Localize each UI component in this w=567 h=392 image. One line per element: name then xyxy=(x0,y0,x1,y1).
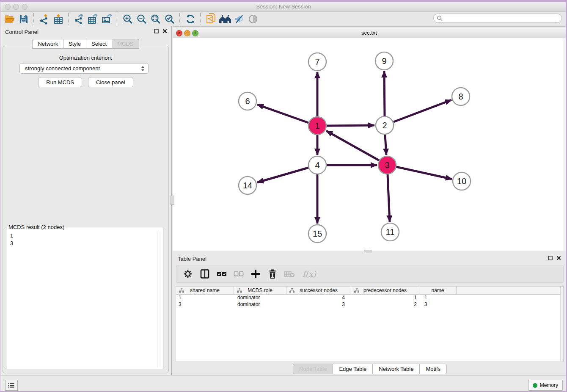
import-network-icon[interactable] xyxy=(37,13,51,25)
refresh-icon[interactable] xyxy=(183,13,197,25)
cell-MCDS-role[interactable]: dominator xyxy=(234,295,286,301)
close-panel-button[interactable]: Close panel xyxy=(88,77,133,87)
column-header-predecessor-nodes[interactable]: predecessor nodes xyxy=(351,287,419,294)
title-bar: Session: New Session xyxy=(0,2,567,12)
graph-edge-3-1[interactable] xyxy=(326,131,379,160)
close-panel-icon[interactable] xyxy=(556,256,561,260)
horizontal-splitter-grip[interactable] xyxy=(364,250,372,253)
memory-button[interactable]: Memory xyxy=(528,380,563,391)
graph-edge-2-8[interactable] xyxy=(394,100,451,122)
zoom-selected-icon[interactable] xyxy=(162,13,176,25)
tab-network[interactable]: Network xyxy=(32,39,63,49)
mcds-result-list[interactable]: 1 3 xyxy=(7,231,162,368)
import-table-icon[interactable] xyxy=(51,13,65,25)
network-canvas[interactable]: 7968124314101511 xyxy=(173,38,566,251)
column-header-name[interactable]: name xyxy=(419,287,457,294)
column-header-successor-nodes[interactable]: successor nodes xyxy=(286,287,351,294)
graph-node-9[interactable]: 9 xyxy=(375,52,393,70)
graph-node-14[interactable]: 14 xyxy=(239,177,256,194)
toolbar-separator xyxy=(117,13,118,25)
graph-node-6[interactable]: 6 xyxy=(239,92,256,110)
search-box[interactable] xyxy=(433,14,562,23)
network-vertical-scrollbar[interactable] xyxy=(563,38,566,251)
node-table[interactable]: shared nameMCDS rolesuccessor nodesprede… xyxy=(176,286,564,362)
svg-text:14: 14 xyxy=(243,181,252,190)
annotations-off-icon[interactable] xyxy=(232,13,246,25)
zoom-in-icon[interactable] xyxy=(121,13,135,25)
table-row[interactable]: 1dominator411 xyxy=(176,295,563,301)
tab-network-table[interactable]: Network Table xyxy=(373,364,420,374)
control-panel-title: Control Panel xyxy=(0,29,39,35)
cell-shared-name[interactable]: 3 xyxy=(176,301,234,308)
graph-node-10[interactable]: 10 xyxy=(453,172,471,190)
criterion-select[interactable]: strongly connected component xyxy=(19,63,149,74)
tab-edge-table[interactable]: Edge Table xyxy=(333,364,373,374)
graph-edge-1-2[interactable] xyxy=(327,125,374,126)
graph-node-15[interactable]: 15 xyxy=(308,225,326,243)
cell-successor-nodes[interactable]: 3 xyxy=(286,301,351,308)
zoom-out-icon[interactable] xyxy=(135,13,149,25)
network-graph[interactable]: 7968124314101511 xyxy=(173,38,564,251)
tab-mcds[interactable]: MCDS xyxy=(112,39,139,49)
graph-edge-3-11[interactable] xyxy=(388,174,390,222)
svg-text:11: 11 xyxy=(386,227,395,237)
network-window: × − + scc.txt 7968124314101511 xyxy=(173,26,567,253)
graph-edge-4-14[interactable] xyxy=(257,168,308,182)
cybrowser-icon[interactable] xyxy=(204,13,218,25)
cell-predecessor-nodes[interactable]: 1 xyxy=(351,295,419,301)
memory-status-icon xyxy=(533,383,537,388)
save-session-icon[interactable] xyxy=(17,13,30,25)
column-header-MCDS-role[interactable]: MCDS role xyxy=(234,287,286,294)
graph-node-4[interactable]: 4 xyxy=(308,156,326,174)
column-header-shared-name[interactable]: shared name xyxy=(176,287,234,294)
graph-edge-2-9[interactable] xyxy=(384,71,385,116)
add-icon[interactable] xyxy=(250,268,261,279)
trash-icon[interactable] xyxy=(267,268,278,279)
float-panel-icon[interactable] xyxy=(154,29,159,33)
graph-node-3[interactable]: 3 xyxy=(378,156,396,174)
bird-view-icon[interactable] xyxy=(246,13,260,25)
graph-node-2[interactable]: 2 xyxy=(376,116,394,134)
table-vertical-scrollbar[interactable] xyxy=(560,287,563,362)
columns-icon[interactable] xyxy=(199,268,210,279)
zoom-fit-icon[interactable] xyxy=(149,13,162,25)
run-mcds-button[interactable]: Run MCDS xyxy=(38,77,82,87)
graph-node-11[interactable]: 11 xyxy=(381,223,399,241)
graph-edge-3-10[interactable] xyxy=(396,167,452,179)
cell-MCDS-role[interactable]: dominator xyxy=(234,301,286,308)
export-network-icon[interactable] xyxy=(72,13,86,25)
graph-node-7[interactable]: 7 xyxy=(308,53,326,71)
graph-node-1[interactable]: 1 xyxy=(308,117,326,135)
export-image-icon[interactable] xyxy=(100,13,114,25)
cell-name[interactable]: 1 xyxy=(419,295,457,301)
home-icon[interactable] xyxy=(218,13,232,25)
svg-text:2: 2 xyxy=(382,121,387,130)
table-panel-title: Table Panel xyxy=(173,256,206,262)
gear-icon[interactable] xyxy=(182,268,193,279)
mcds-result-scrollbar[interactable] xyxy=(157,231,161,367)
graph-node-8[interactable]: 8 xyxy=(452,88,470,105)
graph-edge-2-3[interactable] xyxy=(385,135,386,155)
cell-shared-name[interactable]: 1 xyxy=(176,295,234,301)
svg-text:8: 8 xyxy=(458,92,463,101)
cell-predecessor-nodes[interactable]: 2 xyxy=(351,301,419,308)
cell-successor-nodes[interactable]: 4 xyxy=(286,295,351,301)
task-history-button[interactable] xyxy=(5,380,18,391)
network-window-titlebar[interactable]: × − + scc.txt xyxy=(173,28,566,39)
select-stepper-icon xyxy=(140,65,145,72)
table-row[interactable]: 3dominator323 xyxy=(176,301,563,308)
select-all-icon[interactable] xyxy=(216,268,227,279)
cell-name[interactable]: 3 xyxy=(419,301,457,308)
open-session-icon[interactable] xyxy=(3,13,17,25)
graph-edge-1-6[interactable] xyxy=(257,105,308,123)
deselect-all-icon[interactable] xyxy=(233,268,244,279)
search-input[interactable] xyxy=(433,14,562,23)
vertical-splitter-grip[interactable] xyxy=(171,196,174,205)
float-panel-icon[interactable] xyxy=(548,256,553,260)
tab-style[interactable]: Style xyxy=(63,39,86,49)
close-panel-icon[interactable] xyxy=(162,29,167,33)
tab-motifs[interactable]: Motifs xyxy=(420,364,447,374)
tab-select[interactable]: Select xyxy=(86,39,112,49)
export-table-icon[interactable] xyxy=(86,13,100,25)
tab-node-table[interactable]: Node Table xyxy=(293,364,333,374)
